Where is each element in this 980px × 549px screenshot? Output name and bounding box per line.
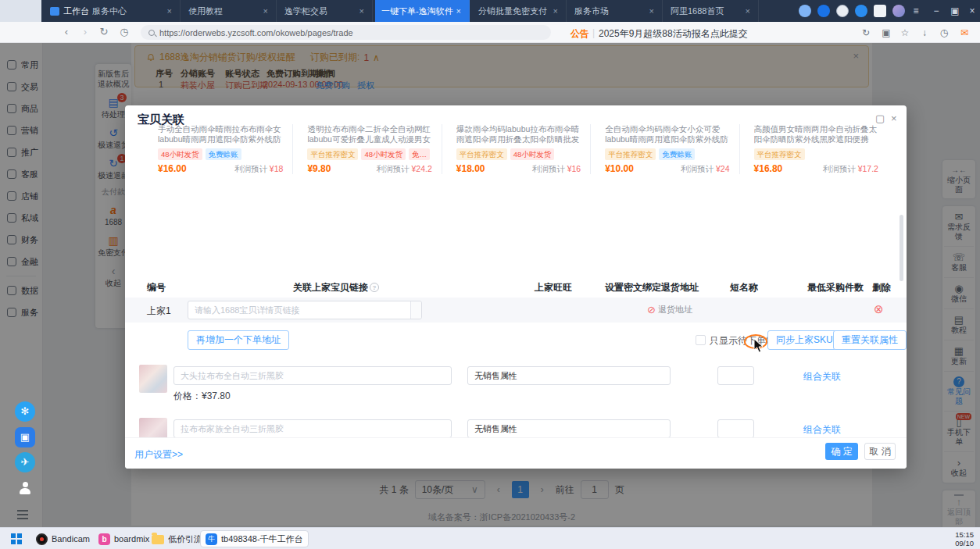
announcement-link[interactable]: 2025年9月超级88活动报名点此提交 <box>599 27 748 41</box>
maximize-button[interactable]: ▣ <box>946 0 964 22</box>
folder-icon <box>152 535 164 544</box>
copy-icon[interactable]: ▣ <box>880 27 892 39</box>
phone-extension-icon[interactable] <box>836 5 849 17</box>
download-icon[interactable]: ↓ <box>918 27 931 39</box>
qq-float-icon[interactable]: ✻ <box>15 401 35 422</box>
tab-yixuegui-trade[interactable]: 逸学柜交易× <box>278 0 373 22</box>
supplier-card[interactable]: 透明拉布布雨伞二折伞全自动网红labubu可爱折叠儿童成人动漫男女 平台推荐密文… <box>292 124 441 174</box>
product-price-line: 价格：¥37.80 <box>173 390 231 403</box>
supplier-cards-row: 手动全自动雨伞晴雨拉布布雨伞女labubu晴雨两用遮阳伞防紫外线防 48小时发货… <box>144 124 888 174</box>
product-row: 拉布布家族全自动三折黑胶 无销售属性 组合关联 <box>125 416 907 437</box>
add-order-address-button[interactable]: 再增加一个下单地址 <box>188 330 289 350</box>
translate-icon[interactable]: ↻ <box>860 27 872 39</box>
close-tab-icon[interactable]: × <box>744 6 752 16</box>
close-tab-icon[interactable]: × <box>358 6 366 16</box>
combo-association-link[interactable]: 组合关联 <box>803 370 841 383</box>
no-address-icon: ⊘ <box>647 305 656 315</box>
bookmark-star-icon[interactable]: ☆ <box>899 27 911 39</box>
help-icon[interactable]: ? <box>370 283 379 292</box>
col-index: 编号 <box>147 281 166 294</box>
clock-icon[interactable]: ◷ <box>938 27 950 39</box>
price: ¥9.80 <box>307 163 331 174</box>
sale-attr-input[interactable]: 无销售属性 <box>467 419 671 437</box>
col-ciphertext: 设置密文 <box>605 281 642 294</box>
product-row: 大头拉布布全自动三折黑胶 价格：¥37.80 无销售属性 组合关联 <box>125 363 907 415</box>
product-thumbnail[interactable] <box>139 365 167 393</box>
sync-supplier-sku-button[interactable]: 同步上家SKU <box>767 330 842 350</box>
notes-extension-icon[interactable] <box>874 5 886 17</box>
forward-icon[interactable]: › <box>78 25 92 39</box>
browser-extension-icon[interactable] <box>817 5 830 17</box>
user-settings-link[interactable]: 用户设置>> <box>134 448 183 462</box>
taskbar-app-qianniu[interactable]: 牛tb498348-千牛工作台 <box>200 530 309 547</box>
minimize-button[interactable]: − <box>927 0 946 22</box>
supplier-card[interactable]: 高颜值男女晴雨两用伞自动折叠太阳伞防晒防紫外线黑胶遮阳便携 平台推荐密文 ¥16… <box>739 124 888 174</box>
url-text: https://orderwebs.yzcsoft.com/okoweb/pag… <box>159 28 353 37</box>
show-pending-sku-checkbox[interactable] <box>696 335 706 345</box>
product-name-input[interactable]: 拉布布家族全自动三折黑胶 <box>173 419 452 437</box>
tab-service-center[interactable]: 服务中心× <box>86 0 181 22</box>
supplier-link-row: 上家1 请输入1688宝贝详情页链接 ⊘ 退货地址 ⊗ <box>125 298 907 323</box>
price: ¥10.00 <box>605 163 634 174</box>
close-tab-icon[interactable]: × <box>648 6 656 16</box>
price: ¥18.00 <box>456 163 485 174</box>
browser-extension-icon[interactable] <box>799 5 811 17</box>
tab-service-market[interactable]: 服务市场× <box>568 0 663 22</box>
taskbar-folder[interactable]: 低价引流 <box>147 530 207 547</box>
history-icon[interactable]: ◷ <box>117 25 131 39</box>
supplier-card[interactable]: 爆款雨伞均码labubu拉布布雨伞晴雨遮阳伞两用折叠太阳伞防晒批发 平台推荐密文… <box>442 124 590 174</box>
browser-tab-bar: 工作台 服务中心× 使用教程× 逸学柜交易× 一键下单-逸淘软件× 分销批量免密… <box>0 0 980 22</box>
modal-toolbar: 再增加一个下单地址 只显示待下单SKU 同步上家SKU 重置关联属性 <box>125 330 907 351</box>
browser-menu-icon[interactable]: ≡ <box>908 0 924 22</box>
short-name-input[interactable] <box>717 366 754 385</box>
close-tab-icon[interactable]: × <box>262 6 270 16</box>
col-return-address: 绑定退货地址 <box>642 281 699 294</box>
app-float-icon[interactable]: ▣ <box>15 427 35 447</box>
close-tab-icon[interactable]: × <box>552 6 560 16</box>
close-tab-icon[interactable]: × <box>455 6 463 16</box>
telegram-icon[interactable]: ✈ <box>15 452 35 472</box>
col-link: 关联上家宝贝链接? <box>293 281 379 294</box>
modal-scrollbar[interactable] <box>900 215 903 281</box>
supplier-card[interactable]: 手动全自动雨伞晴雨拉布布雨伞女labubu晴雨两用遮阳伞防紫外线防 48小时发货… <box>144 124 292 174</box>
tab-tutorial[interactable]: 使用教程× <box>182 0 277 22</box>
product-name-input[interactable]: 大头拉布布全自动三折黑胶 <box>173 366 452 385</box>
taskbar-app-bandicam[interactable]: Bandicam <box>31 530 95 547</box>
address-bar[interactable]: https://orderwebs.yzcsoft.com/okoweb/pag… <box>141 25 551 40</box>
refresh-icon[interactable]: ↻ <box>97 25 111 39</box>
cancel-button[interactable]: 取 消 <box>864 443 896 460</box>
close-window-button[interactable]: × <box>964 0 980 22</box>
return-address-cell[interactable]: ⊘ 退货地址 <box>647 304 692 315</box>
tabbar-corner <box>0 0 41 22</box>
start-button[interactable] <box>11 533 22 544</box>
supplier-link-input[interactable]: 请输入1688宝贝详情页链接 <box>188 301 422 319</box>
confirm-button[interactable]: 确 定 <box>825 443 858 460</box>
tag: 平台推荐密文 <box>605 148 656 160</box>
tag: 免… <box>409 148 430 160</box>
short-name-input[interactable] <box>717 419 754 437</box>
supplier-card[interactable]: 全自动雨伞均码雨伞女小众可爱labubu晴雨两用遮阳伞防紫外线防晒 平台推荐密文… <box>590 124 739 174</box>
browser-url-bar: ‹ › ↻ ◷ https://orderwebs.yzcsoft.com/ok… <box>0 22 980 43</box>
close-tab-icon[interactable]: × <box>166 6 173 16</box>
reset-association-button[interactable]: 重置关联属性 <box>833 330 907 350</box>
taskbar-clock[interactable]: 15:1509/10 <box>955 530 974 547</box>
combo-association-link[interactable]: 组合关联 <box>803 423 841 437</box>
supplier-label: 上家1 <box>147 305 171 318</box>
mouse-cursor <box>753 338 764 354</box>
mail-icon[interactable]: ✉ <box>958 27 971 39</box>
input-suffix[interactable] <box>410 301 421 319</box>
user-avatar[interactable] <box>892 5 905 17</box>
tag: 平台推荐密文 <box>754 148 805 160</box>
tab-one-key-order-active[interactable]: 一键下单-逸淘软件× <box>375 0 470 22</box>
product-thumbnail[interactable] <box>139 418 167 437</box>
delete-row-icon[interactable]: ⊗ <box>874 303 884 315</box>
back-icon[interactable]: ‹ <box>59 25 73 39</box>
modal-close-icon[interactable]: × <box>891 112 897 124</box>
modal-maximize-icon[interactable]: ▢ <box>875 112 885 124</box>
taskbar-app-boardmix[interactable]: bboardmix <box>94 530 154 547</box>
divider: | <box>592 27 595 38</box>
tab-batch-pay[interactable]: 分销批量免密支付× <box>472 0 567 22</box>
tab-1688-home[interactable]: 阿里1688首页× <box>664 0 759 22</box>
sale-attr-input[interactable]: 无销售属性 <box>467 366 671 385</box>
browser-extension-icon[interactable] <box>855 5 867 17</box>
